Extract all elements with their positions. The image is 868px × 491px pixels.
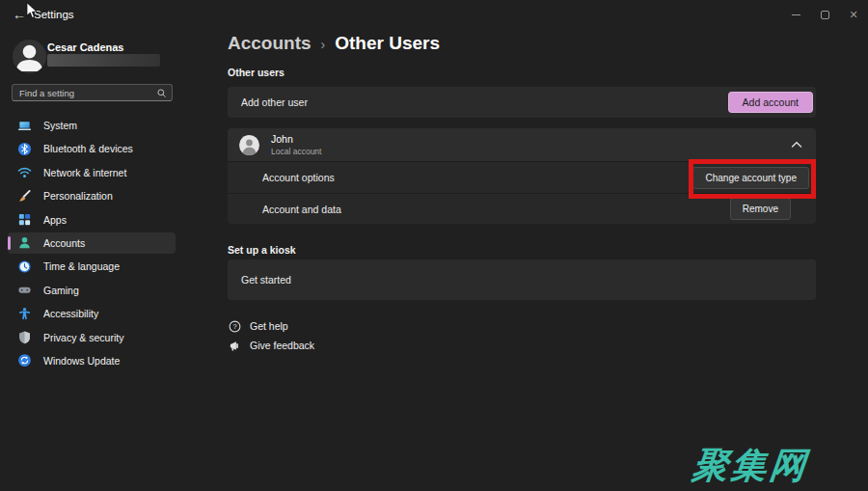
sidebar-item-windows-update[interactable]: Windows Update — [8, 350, 176, 371]
minimize-button[interactable] — [781, 3, 810, 26]
maximize-button[interactable] — [810, 3, 839, 26]
sidebar-item-label: Time & language — [43, 260, 120, 272]
chevron-up-icon[interactable] — [791, 141, 802, 149]
bluetooth-icon — [17, 142, 32, 156]
change-account-type-button[interactable]: Change account type — [692, 167, 809, 189]
accounts-person-icon — [17, 235, 32, 250]
sidebar-item-apps[interactable]: Apps — [8, 209, 176, 231]
give-feedback-label: Give feedback — [250, 340, 314, 351]
sidebar-item-label: Accessibility — [43, 308, 98, 319]
account-and-data-row: Account and data Remove — [228, 193, 816, 224]
window-controls: ✕ — [781, 0, 868, 29]
wifi-icon — [17, 165, 32, 179]
sidebar-item-label: Personalization — [43, 190, 113, 202]
feedback-megaphone-icon — [229, 340, 241, 352]
sidebar-item-label: Network & internet — [43, 167, 126, 178]
breadcrumb-separator: › — [321, 37, 326, 52]
sidebar-item-label: Windows Update — [43, 355, 120, 367]
system-icon — [17, 119, 32, 133]
titlebar: ← Settings ✕ — [0, 0, 868, 29]
close-button[interactable]: ✕ — [839, 3, 868, 26]
help-question-icon: ? — [229, 320, 241, 333]
shield-icon — [17, 330, 32, 344]
get-started-label: Get started — [241, 274, 291, 286]
game-controller-icon — [17, 283, 32, 297]
maximize-icon — [821, 11, 829, 19]
sidebar-item-time-language[interactable]: Time & language — [8, 256, 176, 277]
brush-icon — [17, 189, 32, 204]
search-input[interactable] — [13, 88, 156, 98]
sidebar-nav: System Bluetooth & devices Network & int… — [8, 115, 176, 373]
window-title: Settings — [34, 9, 74, 20]
get-help-label: Get help — [250, 320, 288, 332]
page-title: Other Users — [335, 33, 440, 54]
sidebar: Cesar Cadenas System Bluetooth & devices — [0, 29, 222, 491]
sidebar-item-accessibility[interactable]: Accessibility — [8, 303, 176, 324]
user-avatar[interactable] — [13, 40, 46, 73]
get-started-row[interactable]: Get started — [228, 259, 816, 300]
account-options-label: Account options — [262, 172, 335, 183]
sidebar-item-bluetooth-devices[interactable]: Bluetooth & devices — [8, 138, 176, 159]
sidebar-item-label: Bluetooth & devices — [43, 143, 133, 154]
add-account-button[interactable]: Add account — [728, 92, 813, 113]
give-feedback-link[interactable]: Give feedback — [229, 336, 314, 355]
user-email-redacted — [47, 54, 160, 67]
add-other-user-row: Add other user Add account — [228, 87, 816, 118]
user-name: Cesar Cadenas — [47, 41, 124, 53]
user-john-header-row[interactable]: John Local account — [228, 128, 816, 161]
mouse-cursor-icon — [26, 2, 39, 24]
watermark-text: 聚集网 — [690, 442, 810, 490]
remove-button[interactable]: Remove — [730, 198, 791, 220]
sidebar-item-privacy-security[interactable]: Privacy & security — [8, 327, 176, 348]
accessibility-icon — [17, 307, 32, 321]
account-and-data-label: Account and data — [262, 204, 341, 215]
sidebar-item-personalization[interactable]: Personalization — [8, 185, 176, 206]
sidebar-item-label: Accounts — [43, 237, 85, 249]
john-account-type: Local account — [271, 147, 321, 156]
sidebar-item-network-internet[interactable]: Network & internet — [8, 162, 176, 183]
sidebar-item-system[interactable]: System — [8, 115, 176, 136]
breadcrumb-accounts[interactable]: Accounts — [228, 33, 312, 54]
account-options-row: Account options Change account type — [228, 161, 816, 193]
get-help-link[interactable]: ? Get help — [229, 316, 314, 336]
breadcrumb: Accounts › Other Users — [228, 33, 440, 54]
john-avatar — [239, 135, 259, 155]
sidebar-item-label: System — [43, 120, 77, 131]
windows-update-icon — [17, 353, 32, 368]
john-name: John — [271, 133, 321, 145]
svg-text:?: ? — [232, 322, 236, 331]
sidebar-item-label: Apps — [43, 214, 67, 226]
sidebar-item-label: Privacy & security — [43, 332, 123, 343]
sidebar-item-gaming[interactable]: Gaming — [8, 280, 176, 301]
sidebar-item-label: Gaming — [43, 285, 79, 296]
clock-icon — [17, 259, 32, 274]
user-john-card: John Local account Account options Chang… — [228, 128, 816, 224]
search-icon — [156, 88, 167, 98]
apps-icon — [17, 212, 32, 227]
help-links: ? Get help Give feedback — [229, 316, 314, 355]
minimize-icon — [792, 14, 800, 15]
other-users-heading: Other users — [228, 67, 285, 78]
sidebar-item-accounts[interactable]: Accounts — [8, 232, 176, 254]
john-info: John Local account — [271, 133, 321, 156]
search-box[interactable] — [12, 84, 173, 101]
kiosk-heading: Set up a kiosk — [228, 244, 296, 256]
add-other-user-label: Add other user — [241, 96, 308, 108]
